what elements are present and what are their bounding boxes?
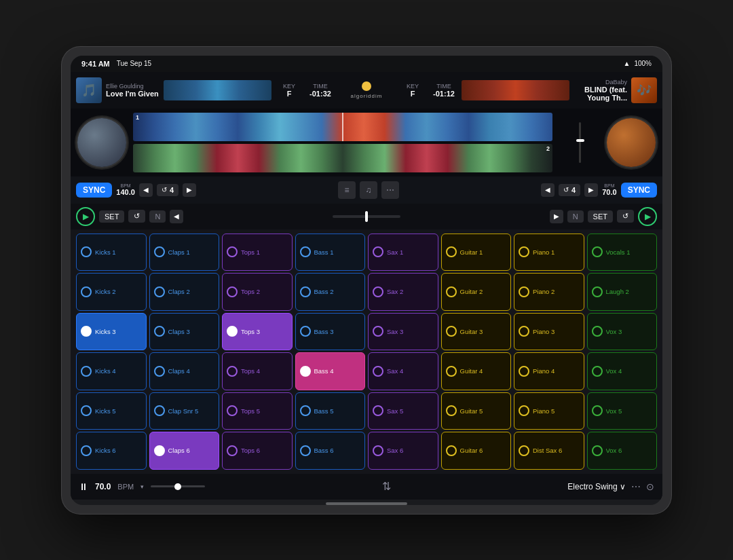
tempo-slider-container[interactable] [151, 485, 205, 487]
pad-claps-5[interactable]: Clap Snr 5 [149, 392, 220, 430]
pad-kicks-5[interactable]: Kicks 5 [76, 392, 147, 430]
pad-label-piano-2: Piano 2 [533, 288, 555, 295]
pad-kicks-4[interactable]: Kicks 4 [76, 352, 147, 390]
eq-icon-button[interactable]: ≡ [338, 181, 356, 199]
pad-circle-guitar-5 [446, 405, 457, 416]
left-time: TIME -01:32 [307, 83, 334, 98]
right-prev-button[interactable]: ◀ [541, 183, 555, 197]
right-time-label: TIME [436, 83, 451, 90]
pad-kicks-6[interactable]: Kicks 6 [76, 432, 147, 470]
left-sync-button[interactable]: SYNC [76, 183, 112, 198]
pad-vocals-1[interactable]: Vocals 1 [587, 234, 658, 272]
left-key-value: F [287, 90, 292, 98]
right-sync-button[interactable]: SYNC [621, 183, 657, 198]
mix-icon[interactable]: ⇅ [382, 480, 391, 493]
pad-bass-5[interactable]: Bass 5 [295, 392, 366, 430]
pad-guitar-4[interactable]: Guitar 4 [441, 352, 512, 390]
left-set-button[interactable]: SET [99, 210, 124, 223]
pad-claps-2[interactable]: Claps 2 [149, 273, 220, 311]
left-back-button[interactable]: ◀ [170, 210, 183, 223]
pad-piano-6[interactable]: Dist Sax 6 [514, 432, 584, 470]
pad-kicks-1[interactable]: Kicks 1 [76, 234, 147, 272]
pad-bass-1[interactable]: Bass 1 [295, 234, 366, 272]
pad-circle-tops-6 [227, 445, 238, 456]
pad-tops-3[interactable]: Tops 3 [222, 313, 293, 351]
right-set-button[interactable]: SET [588, 210, 613, 223]
pad-circle-sax-4 [373, 366, 383, 377]
pitch-slider[interactable] [333, 215, 400, 218]
pad-bass-6[interactable]: Bass 6 [295, 432, 366, 470]
left-artist: Ellie Goulding [106, 83, 159, 90]
pad-vocals-3[interactable]: Vox 3 [587, 313, 658, 351]
waveform-track-1: 1 [133, 113, 552, 141]
pad-circle-guitar-1 [446, 246, 457, 257]
pad-sax-2[interactable]: Sax 2 [368, 273, 438, 311]
pad-piano-3[interactable]: Piano 3 [514, 313, 584, 351]
pad-tops-2[interactable]: Tops 2 [222, 273, 293, 311]
pad-piano-5[interactable]: Piano 5 [514, 392, 584, 430]
pad-claps-4[interactable]: Claps 4 [149, 352, 220, 390]
pad-label-tops-4: Tops 4 [241, 367, 260, 375]
pad-guitar-2[interactable]: Guitar 2 [441, 273, 512, 311]
pad-circle-bass-5 [300, 405, 311, 416]
pad-guitar-3[interactable]: Guitar 3 [441, 313, 512, 351]
pad-label-vocals-6: Vox 6 [606, 447, 622, 454]
right-album-art: 🎶 [631, 77, 657, 103]
right-loop[interactable]: ↺4 [559, 184, 580, 196]
right-loop-button[interactable]: ↺ [617, 210, 634, 223]
pad-vocals-4[interactable]: Vox 4 [587, 352, 658, 390]
pad-vocals-2[interactable]: Laugh 2 [587, 273, 658, 311]
pad-tops-6[interactable]: Tops 6 [222, 432, 293, 470]
left-loop-button[interactable]: ↺ [128, 210, 145, 223]
pad-sax-1[interactable]: Sax 1 [368, 234, 438, 272]
pad-circle-claps-3 [154, 326, 165, 337]
genre-selector[interactable]: Electro Swing ∨ [567, 482, 626, 491]
pad-guitar-1[interactable]: Guitar 1 [441, 234, 512, 272]
pad-circle-tops-5 [227, 405, 238, 416]
pad-sax-4[interactable]: Sax 4 [368, 352, 438, 390]
pad-circle-bass-2 [300, 286, 311, 297]
music-note-button[interactable]: ♫ [360, 181, 377, 199]
grid-button[interactable]: ⋯ [381, 181, 399, 199]
pad-circle-tops-4 [227, 366, 238, 377]
pad-bass-2[interactable]: Bass 2 [295, 273, 366, 311]
pause-button[interactable]: ⏸ [79, 481, 88, 492]
pad-tops-1[interactable]: Tops 1 [222, 234, 293, 272]
pad-claps-3[interactable]: Claps 3 [149, 313, 220, 351]
left-waveform-mini [164, 80, 271, 100]
pad-tops-4[interactable]: Tops 4 [222, 352, 293, 390]
pad-piano-4[interactable]: Piano 4 [514, 352, 584, 390]
left-loop[interactable]: ↺4 [157, 184, 178, 196]
pad-label-claps-4: Claps 4 [168, 367, 190, 375]
pad-vocals-6[interactable]: Vox 6 [587, 432, 658, 470]
pad-claps-6[interactable]: Claps 6 [149, 432, 220, 470]
pad-claps-1[interactable]: Claps 1 [149, 234, 220, 272]
pad-piano-2[interactable]: Piano 2 [514, 273, 584, 311]
pad-bass-4[interactable]: Bass 4 [295, 352, 366, 390]
slider-track [579, 122, 581, 163]
pad-sax-5[interactable]: Sax 5 [368, 392, 438, 430]
pad-kicks-2[interactable]: Kicks 2 [76, 273, 147, 311]
pad-piano-1[interactable]: Piano 1 [514, 234, 584, 272]
pad-sax-6[interactable]: Sax 6 [368, 432, 438, 470]
pad-guitar-5[interactable]: Guitar 5 [441, 392, 512, 430]
pad-vocals-5[interactable]: Vox 5 [587, 392, 658, 430]
left-prev-button[interactable]: ◀ [139, 183, 153, 197]
pad-kicks-3[interactable]: Kicks 3 [76, 313, 147, 351]
pad-sax-3[interactable]: Sax 3 [368, 313, 438, 351]
eq-slider[interactable] [559, 122, 600, 163]
pitch-thumb [365, 211, 368, 222]
settings-button[interactable]: ⊙ [646, 481, 654, 492]
right-back-button[interactable]: ▶ [550, 210, 563, 223]
grid-dots-button[interactable]: ⋯ [631, 481, 641, 492]
pad-tops-5[interactable]: Tops 5 [222, 392, 293, 430]
left-cue-button[interactable]: N [149, 210, 166, 223]
right-play-button[interactable]: ▶ [638, 207, 657, 226]
pad-bass-3[interactable]: Bass 3 [295, 313, 366, 351]
right-cue-button[interactable]: N [567, 210, 584, 223]
pad-guitar-6[interactable]: Guitar 6 [441, 432, 512, 470]
pad-circle-claps-4 [154, 366, 165, 377]
left-next-button[interactable]: ▶ [183, 183, 196, 197]
left-play-button[interactable]: ▶ [76, 207, 95, 226]
right-next-button[interactable]: ▶ [584, 183, 598, 197]
